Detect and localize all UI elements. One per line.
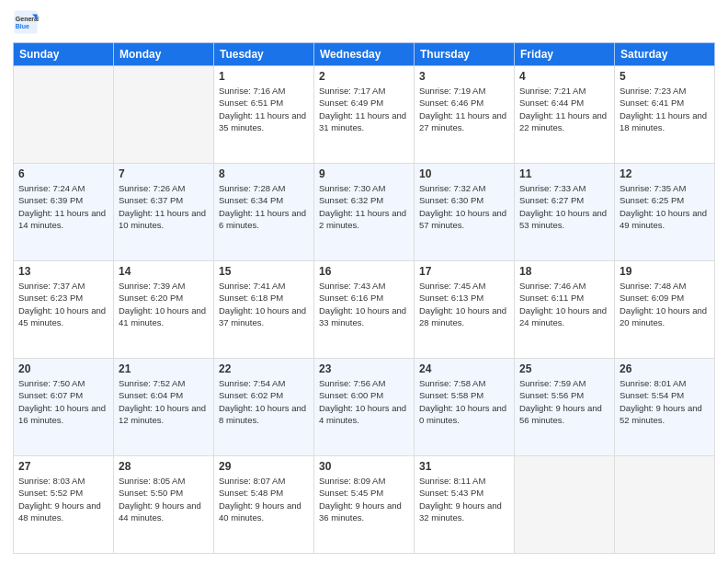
day-info: Sunrise: 7:33 AMSunset: 6:27 PMDaylight:… (519, 182, 609, 231)
day-number: 8 (219, 167, 309, 180)
day-info: Sunrise: 7:37 AMSunset: 6:23 PMDaylight:… (18, 280, 108, 328)
day-number: 9 (319, 167, 409, 180)
day-info: Sunrise: 7:16 AMSunset: 6:51 PMDaylight:… (219, 85, 309, 133)
day-number: 28 (119, 460, 209, 473)
day-info: Sunrise: 7:26 AMSunset: 6:37 PMDaylight:… (119, 182, 209, 231)
calendar-week-row: 13Sunrise: 7:37 AMSunset: 6:23 PMDayligh… (14, 261, 715, 359)
day-number: 22 (219, 362, 309, 375)
calendar-cell: 10Sunrise: 7:32 AMSunset: 6:30 PMDayligh… (415, 164, 515, 261)
day-info: Sunrise: 7:43 AMSunset: 6:16 PMDaylight:… (319, 280, 409, 328)
calendar-cell: 22Sunrise: 7:54 AMSunset: 6:02 PMDayligh… (214, 359, 314, 456)
calendar-cell: 8Sunrise: 7:28 AMSunset: 6:34 PMDaylight… (214, 164, 314, 261)
weekday-header-thursday: Thursday (415, 43, 515, 66)
calendar-cell: 20Sunrise: 7:50 AMSunset: 6:07 PMDayligh… (14, 359, 114, 456)
day-info: Sunrise: 7:19 AMSunset: 6:46 PMDaylight:… (419, 85, 509, 133)
calendar-cell (615, 456, 715, 554)
calendar-cell: 6Sunrise: 7:24 AMSunset: 6:39 PMDaylight… (14, 164, 114, 261)
calendar-cell: 4Sunrise: 7:21 AMSunset: 6:44 PMDaylight… (515, 66, 615, 164)
calendar-cell: 2Sunrise: 7:17 AMSunset: 6:49 PMDaylight… (314, 66, 415, 164)
day-info: Sunrise: 7:32 AMSunset: 6:30 PMDaylight:… (419, 182, 509, 231)
day-info: Sunrise: 7:56 AMSunset: 6:00 PMDaylight:… (319, 377, 409, 426)
calendar-cell: 11Sunrise: 7:33 AMSunset: 6:27 PMDayligh… (515, 164, 615, 261)
day-info: Sunrise: 7:52 AMSunset: 6:04 PMDaylight:… (119, 377, 209, 426)
day-info: Sunrise: 8:01 AMSunset: 5:54 PMDaylight:… (620, 377, 710, 426)
calendar-cell: 16Sunrise: 7:43 AMSunset: 6:16 PMDayligh… (314, 261, 415, 359)
day-number: 11 (519, 167, 609, 180)
day-info: Sunrise: 7:45 AMSunset: 6:13 PMDaylight:… (419, 280, 509, 328)
day-info: Sunrise: 7:48 AMSunset: 6:09 PMDaylight:… (620, 280, 710, 328)
day-info: Sunrise: 7:35 AMSunset: 6:25 PMDaylight:… (620, 182, 710, 231)
calendar-cell: 28Sunrise: 8:05 AMSunset: 5:50 PMDayligh… (114, 456, 214, 554)
day-info: Sunrise: 7:58 AMSunset: 5:58 PMDaylight:… (419, 377, 509, 426)
calendar-cell (515, 456, 615, 554)
day-number: 3 (419, 70, 509, 83)
logo: General Blue (13, 9, 42, 35)
day-number: 10 (419, 167, 509, 180)
day-number: 24 (419, 362, 509, 375)
day-number: 26 (620, 362, 710, 375)
weekday-header-sunday: Sunday (14, 43, 114, 66)
calendar-cell: 12Sunrise: 7:35 AMSunset: 6:25 PMDayligh… (615, 164, 715, 261)
day-info: Sunrise: 7:28 AMSunset: 6:34 PMDaylight:… (219, 182, 309, 231)
day-info: Sunrise: 7:46 AMSunset: 6:11 PMDaylight:… (519, 280, 609, 328)
day-number: 6 (18, 167, 108, 180)
day-number: 17 (419, 265, 509, 278)
calendar-cell: 19Sunrise: 7:48 AMSunset: 6:09 PMDayligh… (615, 261, 715, 359)
weekday-header-monday: Monday (114, 43, 214, 66)
calendar-header-row: SundayMondayTuesdayWednesdayThursdayFrid… (14, 43, 715, 66)
calendar-cell: 3Sunrise: 7:19 AMSunset: 6:46 PMDaylight… (415, 66, 515, 164)
calendar-cell (114, 66, 214, 164)
calendar-cell: 15Sunrise: 7:41 AMSunset: 6:18 PMDayligh… (214, 261, 314, 359)
day-info: Sunrise: 7:17 AMSunset: 6:49 PMDaylight:… (319, 85, 409, 133)
day-number: 30 (319, 460, 409, 473)
calendar-week-row: 20Sunrise: 7:50 AMSunset: 6:07 PMDayligh… (14, 359, 715, 456)
calendar-cell: 21Sunrise: 7:52 AMSunset: 6:04 PMDayligh… (114, 359, 214, 456)
calendar-cell: 29Sunrise: 8:07 AMSunset: 5:48 PMDayligh… (214, 456, 314, 554)
calendar-week-row: 6Sunrise: 7:24 AMSunset: 6:39 PMDaylight… (14, 164, 715, 261)
day-number: 25 (519, 362, 609, 375)
svg-text:Blue: Blue (16, 23, 29, 29)
weekday-header-wednesday: Wednesday (314, 43, 415, 66)
day-info: Sunrise: 7:23 AMSunset: 6:41 PMDaylight:… (620, 85, 710, 133)
weekday-header-saturday: Saturday (615, 43, 715, 66)
day-number: 2 (319, 70, 409, 83)
calendar-cell: 31Sunrise: 8:11 AMSunset: 5:43 PMDayligh… (415, 456, 515, 554)
day-info: Sunrise: 7:30 AMSunset: 6:32 PMDaylight:… (319, 182, 409, 231)
day-number: 16 (319, 265, 409, 278)
weekday-header-friday: Friday (515, 43, 615, 66)
calendar-cell: 1Sunrise: 7:16 AMSunset: 6:51 PMDaylight… (214, 66, 314, 164)
day-info: Sunrise: 7:21 AMSunset: 6:44 PMDaylight:… (519, 85, 609, 133)
day-info: Sunrise: 7:54 AMSunset: 6:02 PMDaylight:… (219, 377, 309, 426)
calendar-cell: 26Sunrise: 8:01 AMSunset: 5:54 PMDayligh… (615, 359, 715, 456)
calendar-cell: 5Sunrise: 7:23 AMSunset: 6:41 PMDaylight… (615, 66, 715, 164)
day-info: Sunrise: 7:39 AMSunset: 6:20 PMDaylight:… (119, 280, 209, 328)
calendar-cell: 27Sunrise: 8:03 AMSunset: 5:52 PMDayligh… (14, 456, 114, 554)
calendar-table: SundayMondayTuesdayWednesdayThursdayFrid… (13, 42, 715, 554)
calendar-cell: 23Sunrise: 7:56 AMSunset: 6:00 PMDayligh… (314, 359, 415, 456)
calendar-week-row: 27Sunrise: 8:03 AMSunset: 5:52 PMDayligh… (14, 456, 715, 554)
day-number: 19 (620, 265, 710, 278)
calendar-cell: 25Sunrise: 7:59 AMSunset: 5:56 PMDayligh… (515, 359, 615, 456)
calendar-cell: 24Sunrise: 7:58 AMSunset: 5:58 PMDayligh… (415, 359, 515, 456)
day-number: 12 (620, 167, 710, 180)
day-number: 18 (519, 265, 609, 278)
day-info: Sunrise: 8:09 AMSunset: 5:45 PMDaylight:… (319, 475, 409, 523)
calendar-cell: 14Sunrise: 7:39 AMSunset: 6:20 PMDayligh… (114, 261, 214, 359)
calendar-week-row: 1Sunrise: 7:16 AMSunset: 6:51 PMDaylight… (14, 66, 715, 164)
day-number: 1 (219, 70, 309, 83)
calendar-cell (14, 66, 114, 164)
day-number: 20 (18, 362, 108, 375)
svg-rect-0 (14, 10, 37, 33)
day-number: 31 (419, 460, 509, 473)
weekday-header-tuesday: Tuesday (214, 43, 314, 66)
day-info: Sunrise: 8:07 AMSunset: 5:48 PMDaylight:… (219, 475, 309, 523)
day-info: Sunrise: 7:24 AMSunset: 6:39 PMDaylight:… (18, 182, 108, 231)
day-info: Sunrise: 8:05 AMSunset: 5:50 PMDaylight:… (119, 475, 209, 523)
calendar-cell: 9Sunrise: 7:30 AMSunset: 6:32 PMDaylight… (314, 164, 415, 261)
calendar-cell: 17Sunrise: 7:45 AMSunset: 6:13 PMDayligh… (415, 261, 515, 359)
day-number: 23 (319, 362, 409, 375)
day-number: 14 (119, 265, 209, 278)
logo-icon: General Blue (13, 9, 39, 35)
day-number: 27 (18, 460, 108, 473)
day-number: 4 (519, 70, 609, 83)
